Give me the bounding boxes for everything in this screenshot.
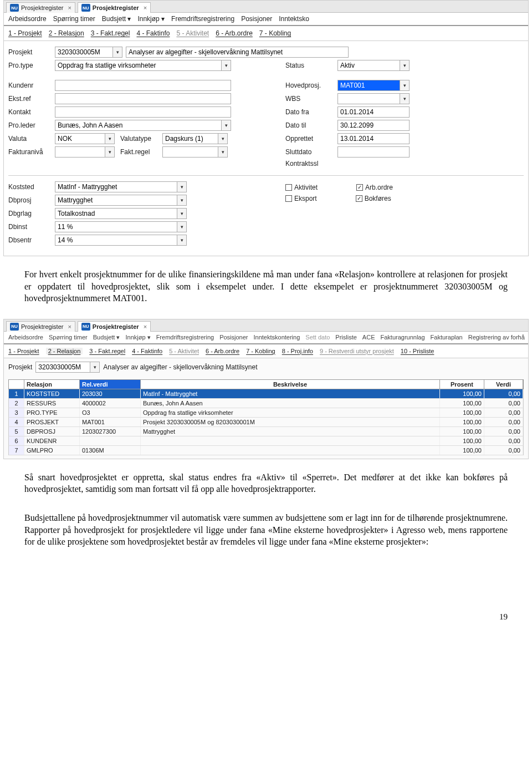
menu-posisjoner[interactable]: Posisjoner <box>241 15 272 23</box>
menu2-9[interactable]: ACE <box>362 334 375 341</box>
menu-fremdrift[interactable]: Fremdriftsregistrering <box>171 15 234 23</box>
chevron-down-icon[interactable]: ▾ <box>90 362 100 373</box>
table-row[interactable]: 2RESSURS4000002Bunæs, John A Aasen100,00… <box>8 399 524 408</box>
table-row[interactable]: 6KUNDENR100,000,00 <box>8 436 524 446</box>
prosjekt-field-2[interactable] <box>35 362 90 373</box>
dbprosj-field[interactable] <box>55 195 177 206</box>
valutatype-field[interactable] <box>162 133 218 144</box>
menu2-12[interactable]: Registrering av forhå <box>468 334 525 341</box>
checkbox-aktivitet[interactable]: Aktivitet <box>285 184 318 191</box>
menu-sporring-timer[interactable]: Spørring timer <box>53 15 95 23</box>
chevron-down-icon[interactable]: ▾ <box>400 60 410 71</box>
sluttdato-field[interactable] <box>337 146 410 158</box>
subtab-6-arbordre[interactable]: 6 - Arb.ordre <box>216 29 253 37</box>
menu2-8[interactable]: Prisliste <box>335 334 357 341</box>
table-row[interactable]: 3PRO.TYPEO3Oppdrag fra statlige virksomh… <box>8 408 524 418</box>
checkbox-bokfores[interactable]: ✓Bokføres <box>356 195 391 202</box>
window-tab-2b[interactable]: NUProsjektregister <box>78 321 151 332</box>
kontakt-field[interactable] <box>55 106 231 118</box>
dbinst-field[interactable] <box>55 221 177 232</box>
menu2-4[interactable]: Fremdriftsregistrering <box>156 334 214 341</box>
prosjekt-name-field[interactable] <box>126 47 349 58</box>
koststed-field[interactable] <box>55 181 177 192</box>
wbs-field[interactable] <box>337 93 400 104</box>
datotil-field[interactable] <box>337 120 410 131</box>
chevron-down-icon[interactable]: ▾ <box>177 208 187 219</box>
proleder-field[interactable] <box>55 120 221 131</box>
prosjekt-field[interactable] <box>55 47 112 58</box>
subtab2-6[interactable]: 6 - Arb.ordre <box>206 348 239 354</box>
menu2-11[interactable]: Fakturaplan <box>431 334 463 341</box>
subtab2-8[interactable]: 8 - Proj.info <box>282 348 313 354</box>
protype-field[interactable] <box>55 60 221 71</box>
subtab-5-aktivitet[interactable]: 5 - Aktivitet <box>176 29 209 37</box>
col-verdi[interactable]: Verdi <box>484 380 523 389</box>
dbgrlag-field[interactable] <box>55 208 177 219</box>
chevron-down-icon[interactable]: ▾ <box>177 181 187 192</box>
menu2-6[interactable]: Inntektskontering <box>254 334 300 341</box>
table-row[interactable]: 5DBPROSJ1203027300Mattrygghet100,000,00 <box>8 427 524 436</box>
menu-inntektsko[interactable]: Inntektsko <box>279 15 309 23</box>
body-paragraph-2: Så snart hovedprosjektet er oppretta, sk… <box>0 469 532 501</box>
subtab2-7[interactable]: 7 - Kobling <box>246 348 275 354</box>
menu-innkjop[interactable]: Innkjøp ▾ <box>137 15 165 23</box>
chevron-down-icon[interactable]: ▾ <box>177 235 187 246</box>
col-beskrivelse[interactable]: Beskrivelse <box>141 380 440 389</box>
row-index: 3 <box>9 408 24 417</box>
table-row[interactable]: 7GMLPRO01306M100,000,00 <box>8 446 524 455</box>
valuta-field[interactable] <box>55 133 105 144</box>
dbsentr-field[interactable] <box>55 235 177 246</box>
menu2-3[interactable]: Innkjøp ▾ <box>125 334 150 341</box>
subtab-1-prosjekt[interactable]: 1 - Prosjekt <box>8 29 42 37</box>
checkbox-arbordre[interactable]: ✓Arb.ordre <box>356 184 393 191</box>
chevron-down-icon[interactable]: ▾ <box>221 120 231 131</box>
menu2-10[interactable]: Fakturagrunnlag <box>380 334 424 341</box>
subtab2-9[interactable]: 9 - Restverdi utstyr prosjekt <box>320 348 394 354</box>
subtab2-5[interactable]: 5 - Aktivitet <box>169 348 199 354</box>
menu2-5[interactable]: Posisjoner <box>219 334 248 341</box>
menu2-0[interactable]: Arbeidsordre <box>8 334 43 341</box>
datofra-field[interactable] <box>337 106 410 118</box>
col-relverdi[interactable]: Rel.verdi <box>80 380 141 389</box>
menu2-7[interactable]: Sett dato <box>305 334 330 341</box>
chevron-down-icon[interactable]: ▾ <box>221 60 231 71</box>
chevron-down-icon[interactable]: ▾ <box>400 93 410 104</box>
chevron-down-icon[interactable]: ▾ <box>177 221 187 232</box>
window-tab-1[interactable]: NUProsjektregister <box>6 2 75 13</box>
menu2-1[interactable]: Spørring timer <box>49 334 88 341</box>
chevron-down-icon[interactable]: ▾ <box>177 195 187 206</box>
chevron-down-icon[interactable]: ▾ <box>218 146 228 158</box>
subtab2-10[interactable]: 10 - Prisliste <box>401 348 434 354</box>
col-prosent[interactable]: Prosent <box>440 380 484 389</box>
subtab2-3[interactable]: 3 - Fakt.regel <box>89 348 125 354</box>
menu2-2[interactable]: Budsjett ▾ <box>93 334 120 341</box>
subtab-7-kobling[interactable]: 7 - Kobling <box>259 29 291 37</box>
chevron-down-icon[interactable]: ▾ <box>218 133 228 144</box>
opprettet-field[interactable] <box>337 133 410 144</box>
col-relasjon[interactable]: Relasjon <box>24 380 80 389</box>
menu-arbeidsordre[interactable]: Arbeidsordre <box>8 15 47 23</box>
chevron-down-icon[interactable]: ▾ <box>400 80 410 91</box>
ekstref-field[interactable] <box>55 93 231 104</box>
table-row[interactable]: 4PROSJEKTMAT001Prosjekt 3203030005M og 8… <box>8 418 524 427</box>
subtab2-4[interactable]: 4 - Faktinfo <box>132 348 162 354</box>
hovedprosj-field[interactable] <box>337 80 400 91</box>
checkbox-eksport[interactable]: Eksport <box>285 195 317 202</box>
faktregel-field[interactable] <box>162 146 218 158</box>
subtab2-2-relasjon[interactable]: 2 - Relasjon <box>46 348 83 354</box>
fakturaniva-field[interactable] <box>55 146 105 158</box>
kundenr-field[interactable] <box>55 80 231 91</box>
subtab2-1[interactable]: 1 - Prosjekt <box>8 348 39 354</box>
table-row[interactable]: 1KOSTSTED203030MatInf - Mattrygghet100,0… <box>8 389 524 399</box>
window-tab-2[interactable]: NUProsjektregister <box>78 2 151 13</box>
menu-budsjett[interactable]: Budsjett ▾ <box>102 15 131 23</box>
status-field[interactable] <box>337 60 400 71</box>
window-tab-1b[interactable]: NUProsjektregister <box>6 321 75 332</box>
col-num[interactable] <box>9 380 24 389</box>
chevron-down-icon[interactable]: ▾ <box>112 47 122 58</box>
subtab-2-relasjon[interactable]: 2 - Relasjon <box>49 29 84 37</box>
subtab-4-faktinfo[interactable]: 4 - Faktinfo <box>136 29 170 37</box>
subtab-3-faktregel[interactable]: 3 - Fakt.regel <box>91 29 130 37</box>
chevron-down-icon[interactable]: ▾ <box>105 146 115 158</box>
chevron-down-icon[interactable]: ▾ <box>105 133 115 144</box>
